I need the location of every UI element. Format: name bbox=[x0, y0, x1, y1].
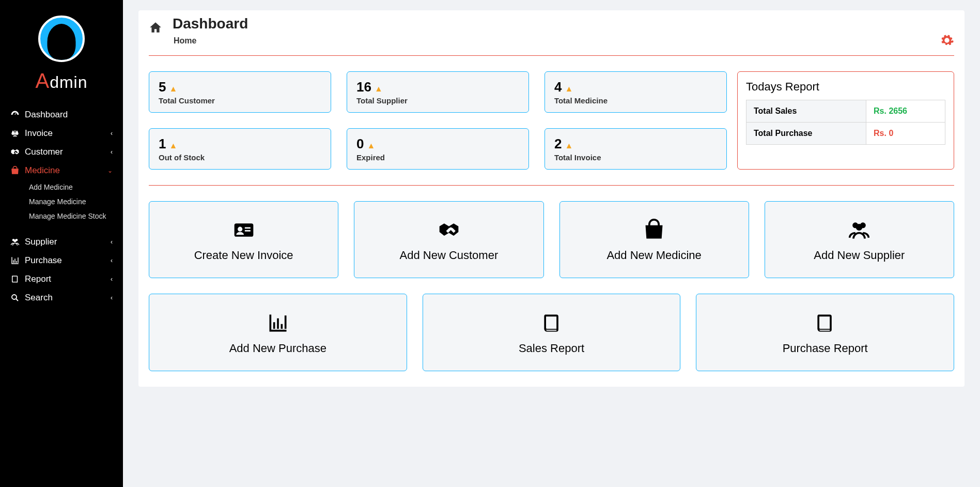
user-label-rest: dmin bbox=[50, 73, 87, 92]
stat-label: Total Medicine bbox=[554, 96, 717, 105]
sidebar-item-label: Invoice bbox=[25, 128, 53, 139]
stat-card[interactable]: 1▲ Out of Stock bbox=[149, 128, 331, 170]
sidebar-subitem[interactable]: Add Medicine bbox=[0, 180, 123, 194]
chevron-left-icon: ‹ bbox=[111, 276, 113, 283]
report-table: Total SalesRs. 2656Total PurchaseRs. 0 bbox=[746, 100, 945, 145]
book-icon bbox=[814, 310, 836, 334]
stat-value: 4 bbox=[554, 79, 562, 95]
warning-triangle-icon: ▲ bbox=[367, 141, 375, 150]
action-label: Sales Report bbox=[519, 342, 584, 355]
stat-value: 2 bbox=[554, 136, 562, 152]
action-card-add-new-purchase[interactable]: Add New Purchase bbox=[149, 294, 407, 371]
divider bbox=[149, 55, 954, 56]
report-title: Todays Report bbox=[746, 80, 945, 94]
action-label: Add New Customer bbox=[400, 249, 499, 262]
stat-value: 1 bbox=[159, 136, 166, 152]
breadcrumb[interactable]: Home bbox=[174, 36, 248, 45]
action-card-add-new-medicine[interactable]: Add New Medicine bbox=[559, 201, 749, 278]
user-label-first: A bbox=[35, 69, 50, 92]
divider bbox=[149, 185, 954, 186]
chevron-left-icon: ‹ bbox=[111, 238, 113, 246]
chevron-left-icon: ‹ bbox=[111, 294, 113, 301]
actions-grid: Create New Invoice Add New Customer Add … bbox=[149, 201, 954, 371]
sidebar-subitem[interactable]: Manage Medicine bbox=[0, 194, 123, 209]
users-icon bbox=[8, 237, 22, 247]
action-card-add-new-customer[interactable]: Add New Customer bbox=[354, 201, 543, 278]
stat-card[interactable]: 0▲ Expired bbox=[347, 128, 529, 170]
warning-triangle-icon: ▲ bbox=[169, 84, 177, 94]
sidebar-subitem[interactable]: Manage Medicine Stock bbox=[0, 209, 123, 223]
handshake-icon bbox=[8, 147, 22, 157]
action-card-purchase-report[interactable]: Purchase Report bbox=[696, 294, 954, 371]
stat-card[interactable]: 16▲ Total Supplier bbox=[347, 71, 529, 113]
sidebar-item-label: Medicine bbox=[25, 165, 60, 176]
stat-card[interactable]: 4▲ Total Medicine bbox=[545, 71, 727, 113]
report-value: Rs. 0 bbox=[866, 123, 945, 145]
warning-triangle-icon: ▲ bbox=[565, 141, 573, 150]
dashboard-icon bbox=[8, 110, 22, 119]
panel: Dashboard Home 5▲ Total Customer16▲ Tota… bbox=[138, 10, 965, 387]
action-card-add-new-supplier[interactable]: Add New Supplier bbox=[765, 201, 954, 278]
shopping-bag-icon bbox=[643, 217, 665, 241]
stat-label: Out of Stock bbox=[159, 153, 321, 162]
chart-icon bbox=[8, 256, 22, 265]
warning-triangle-icon: ▲ bbox=[375, 84, 383, 94]
handshake-icon bbox=[438, 217, 460, 241]
report-value: Rs. 2656 bbox=[866, 100, 945, 123]
book-icon bbox=[540, 310, 563, 334]
stats-section: 5▲ Total Customer16▲ Total Supplier4▲ To… bbox=[149, 71, 954, 170]
stat-card[interactable]: 5▲ Total Customer bbox=[149, 71, 331, 113]
nav: Dashboard Invoice ‹ Customer ‹ Medicine … bbox=[0, 105, 123, 307]
stat-label: Total Supplier bbox=[356, 96, 519, 105]
sidebar-item-label: Search bbox=[25, 293, 53, 303]
sidebar-item-invoice[interactable]: Invoice ‹ bbox=[0, 124, 123, 143]
page-title: Dashboard bbox=[173, 16, 248, 32]
stat-value: 16 bbox=[356, 79, 371, 95]
stats-grid: 5▲ Total Customer16▲ Total Supplier4▲ To… bbox=[149, 71, 727, 170]
sidebar: Admin Dashboard Invoice ‹ Customer ‹ Med… bbox=[0, 0, 123, 487]
report-label: Total Purchase bbox=[746, 123, 866, 145]
todays-report-card: Todays Report Total SalesRs. 2656Total P… bbox=[737, 71, 954, 170]
action-card-create-new-invoice[interactable]: Create New Invoice bbox=[149, 201, 338, 278]
sidebar-item-label: Report bbox=[25, 274, 51, 284]
search-icon bbox=[8, 293, 22, 302]
bag-icon bbox=[8, 166, 22, 175]
stat-label: Expired bbox=[356, 153, 519, 162]
stat-label: Total Invoice bbox=[554, 153, 717, 162]
stat-label: Total Customer bbox=[159, 96, 321, 105]
action-label: Add New Purchase bbox=[229, 342, 326, 355]
home-icon bbox=[149, 19, 162, 35]
scale-icon bbox=[8, 129, 22, 138]
stat-value: 5 bbox=[159, 79, 166, 95]
chart-icon bbox=[267, 310, 289, 334]
settings-gear-icon[interactable] bbox=[940, 31, 954, 48]
chevron-left-icon: ‹ bbox=[111, 148, 113, 156]
sidebar-item-report[interactable]: Report ‹ bbox=[0, 270, 123, 288]
chevron-down-icon: ⌄ bbox=[107, 167, 113, 174]
avatar-container bbox=[0, 16, 123, 64]
sidebar-item-dashboard[interactable]: Dashboard bbox=[0, 105, 123, 124]
warning-triangle-icon: ▲ bbox=[169, 141, 177, 150]
sidebar-item-label: Dashboard bbox=[25, 110, 68, 120]
action-card-sales-report[interactable]: Sales Report bbox=[423, 294, 681, 371]
sidebar-item-medicine[interactable]: Medicine ⌄ bbox=[0, 161, 123, 180]
book-icon bbox=[8, 275, 22, 284]
sidebar-item-customer[interactable]: Customer ‹ bbox=[0, 143, 123, 161]
action-label: Add New Medicine bbox=[606, 249, 701, 262]
sidebar-item-supplier[interactable]: Supplier ‹ bbox=[0, 233, 123, 251]
stat-card[interactable]: 2▲ Total Invoice bbox=[545, 128, 727, 170]
report-row: Total SalesRs. 2656 bbox=[746, 100, 945, 123]
sidebar-item-label: Purchase bbox=[25, 255, 62, 266]
action-label: Create New Invoice bbox=[194, 249, 293, 262]
stat-value: 0 bbox=[356, 136, 364, 152]
chevron-left-icon: ‹ bbox=[111, 130, 113, 137]
avatar bbox=[38, 16, 85, 62]
sidebar-item-search[interactable]: Search ‹ bbox=[0, 288, 123, 307]
header: Dashboard Home bbox=[149, 16, 954, 55]
warning-triangle-icon: ▲ bbox=[565, 84, 573, 94]
report-label: Total Sales bbox=[746, 100, 866, 123]
sidebar-item-purchase[interactable]: Purchase ‹ bbox=[0, 251, 123, 270]
action-label: Purchase Report bbox=[783, 342, 868, 355]
sidebar-item-label: Supplier bbox=[25, 237, 57, 247]
user-label: Admin bbox=[0, 69, 123, 93]
